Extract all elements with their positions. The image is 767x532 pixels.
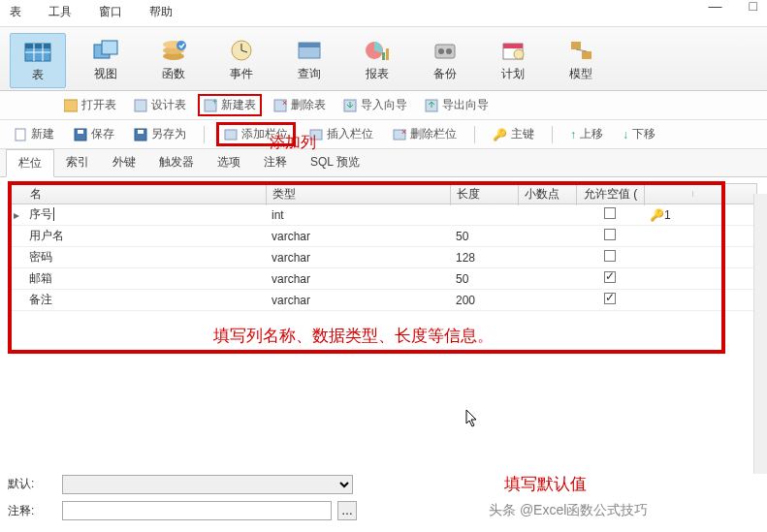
tab-trigger[interactable]: 触发器 <box>147 149 206 176</box>
col-type[interactable]: 类型 <box>267 183 451 205</box>
minimize-icon[interactable]: — <box>709 0 722 14</box>
open-table-button[interactable]: 打开表 <box>58 94 122 116</box>
svg-text:+: + <box>212 99 217 107</box>
tab-sql[interactable]: SQL 预览 <box>299 149 371 176</box>
table-row[interactable]: 邮箱 varchar 50 <box>10 268 757 290</box>
annotation-fill-info: 填写列名称、数据类型、长度等信息。 <box>213 325 767 347</box>
ribbon-label: 备份 <box>433 66 457 82</box>
table-row[interactable]: 备注 varchar 200 <box>10 290 757 311</box>
allow-null-checkbox[interactable] <box>604 271 616 283</box>
table-row[interactable]: 用户名 varchar 50 <box>10 226 757 247</box>
menu-item[interactable]: 窗口 <box>99 4 122 20</box>
allow-null-checkbox[interactable] <box>604 229 616 240</box>
saveas-button[interactable]: 另存为 <box>128 123 192 145</box>
delete-table-button[interactable]: ×删除表 <box>268 94 332 116</box>
tab-index[interactable]: 索引 <box>54 149 101 176</box>
cell-name[interactable]: 邮箱 <box>23 268 266 289</box>
comment-input[interactable] <box>62 501 332 520</box>
default-select[interactable] <box>62 475 353 494</box>
cell-decimals[interactable] <box>518 256 576 260</box>
cell-decimals[interactable] <box>518 235 576 238</box>
design-table-button[interactable]: 设计表 <box>128 94 192 116</box>
ribbon-model[interactable]: 模型 <box>553 33 609 88</box>
col-allownull[interactable]: 允许空值 ( <box>577 183 645 205</box>
model-icon <box>565 37 596 64</box>
col-decimals[interactable]: 小数点 <box>519 183 577 205</box>
col-length[interactable]: 长度 <box>451 183 519 205</box>
ribbon-label: 查询 <box>298 66 321 82</box>
svg-rect-40 <box>138 130 144 134</box>
cell-type[interactable]: varchar <box>266 249 450 266</box>
cell-length[interactable]: 128 <box>450 249 518 266</box>
svg-rect-18 <box>386 48 389 60</box>
backup-icon <box>430 37 461 64</box>
cursor-icon <box>465 409 481 430</box>
annotation-fill-default: 填写默认值 <box>504 473 587 495</box>
cell-decimals[interactable] <box>518 213 576 217</box>
cell-type[interactable]: varchar <box>266 270 450 288</box>
cell-length[interactable]: 50 <box>450 228 518 245</box>
cell-type[interactable]: varchar <box>266 228 450 245</box>
import-wizard-button[interactable]: 导入向导 <box>337 94 413 116</box>
field-toolbar: 新建 保存 另存为 添加栏位 插入栏位 ×删除栏位 🔑主键 ↑上移 ↓下移 <box>0 120 767 149</box>
primary-key-button[interactable]: 🔑主键 <box>487 123 540 145</box>
cell-type[interactable]: int <box>266 206 450 224</box>
ribbon-query[interactable]: 查询 <box>281 33 337 88</box>
ribbon-label: 函数 <box>162 66 185 82</box>
ribbon-backup[interactable]: 备份 <box>417 33 473 88</box>
menu-item[interactable]: 工具 <box>48 4 72 20</box>
svg-point-24 <box>514 49 524 59</box>
col-name[interactable]: 名 <box>24 183 267 205</box>
ribbon-function[interactable]: 函数 <box>145 33 202 88</box>
menu-item[interactable]: 表 <box>10 4 21 20</box>
table-row[interactable]: 密码 varchar 128 <box>10 247 757 268</box>
move-up-button[interactable]: ↑上移 <box>564 123 609 145</box>
allow-null-checkbox[interactable] <box>604 207 616 219</box>
allow-null-checkbox[interactable] <box>604 293 616 304</box>
svg-rect-6 <box>102 41 117 54</box>
table-row[interactable]: ▸ 序号 int 🔑1 <box>10 204 757 226</box>
comment-ellipsis-button[interactable]: … <box>337 501 357 520</box>
cell-name[interactable]: 备注 <box>23 290 266 310</box>
cell-name[interactable]: 用户名 <box>23 226 266 246</box>
cell-decimals[interactable] <box>518 277 576 281</box>
svg-point-21 <box>446 48 452 54</box>
ribbon-table[interactable]: 表 <box>10 33 66 88</box>
cell-name[interactable]: 密码 <box>23 247 266 267</box>
ribbon-schedule[interactable]: 计划 <box>485 33 541 88</box>
svg-text:×: × <box>282 99 287 108</box>
cell-length[interactable]: 50 <box>450 270 518 288</box>
save-button[interactable]: 保存 <box>68 123 120 145</box>
tab-fields[interactable]: 栏位 <box>6 149 54 177</box>
vertical-scrollbar[interactable] <box>753 194 767 474</box>
export-wizard-button[interactable]: 导出向导 <box>419 94 495 116</box>
allow-null-checkbox[interactable] <box>604 250 616 262</box>
svg-rect-17 <box>382 52 385 60</box>
cell-name[interactable]: 序号 <box>23 204 266 225</box>
menu-item[interactable]: 帮助 <box>149 4 173 20</box>
cell-length[interactable] <box>450 213 518 217</box>
new-button[interactable]: 新建 <box>8 123 60 145</box>
cell-type[interactable]: varchar <box>266 292 450 309</box>
tab-comment[interactable]: 注释 <box>252 149 299 176</box>
cell-decimals[interactable] <box>518 298 576 302</box>
tab-options[interactable]: 选项 <box>206 149 252 176</box>
ribbon-label: 事件 <box>230 66 253 82</box>
move-down-button[interactable]: ↓下移 <box>617 123 661 145</box>
svg-rect-23 <box>503 44 523 48</box>
svg-rect-26 <box>582 51 591 59</box>
cell-length[interactable]: 200 <box>450 292 518 309</box>
ribbon-view[interactable]: 视图 <box>78 33 134 88</box>
tab-fk[interactable]: 外键 <box>101 149 147 176</box>
svg-point-20 <box>438 48 444 54</box>
designer-tabs: 栏位 索引 外键 触发器 选项 注释 SQL 预览 <box>0 149 767 177</box>
ribbon-event[interactable]: 事件 <box>213 33 270 88</box>
insert-field-button[interactable]: 插入栏位 <box>304 123 379 145</box>
new-table-button[interactable]: +新建表 <box>198 94 262 116</box>
maximize-icon[interactable]: □ <box>750 0 757 14</box>
function-icon <box>158 37 189 64</box>
add-field-button[interactable]: 添加栏位 <box>216 122 296 146</box>
svg-text:×: × <box>401 128 406 137</box>
delete-field-button[interactable]: ×删除栏位 <box>387 123 463 145</box>
ribbon-report[interactable]: 报表 <box>349 33 405 88</box>
